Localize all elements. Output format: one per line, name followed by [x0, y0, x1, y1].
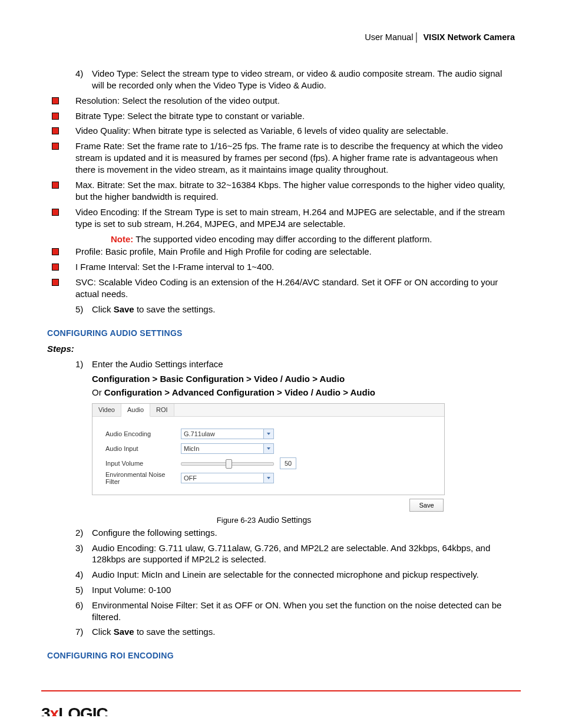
- step-4-num: 4): [75, 68, 92, 91]
- audio-step-6: 6) Environmental Noise Filter: Set it as…: [75, 599, 515, 623]
- config-path-1: Configuration > Basic Configuration > Vi…: [92, 374, 515, 384]
- chevron-down-icon: [263, 444, 273, 453]
- bullet-profile: Profile: Basic profile, Main Profile and…: [52, 246, 515, 258]
- tab-roi[interactable]: ROI: [150, 404, 174, 416]
- audio-step-4: 4) Audio Input: MicIn and Linein are sel…: [75, 569, 515, 581]
- audio-step-7: 7) Click Save to save the settings.: [75, 626, 515, 638]
- config-path-2: Or Configuration > Advanced Configuratio…: [92, 387, 515, 397]
- steps-heading: Steps:: [47, 344, 515, 354]
- footer-text: 10225 Westmoor Drive, Suite 300, Westmin…: [108, 715, 504, 716]
- section-audio-settings: CONFIGURING AUDIO SETTINGS: [47, 328, 515, 338]
- note-label: Note:: [111, 234, 133, 244]
- bullet-max-bitrate: Max. Bitrate: Set the max. bitrate to 32…: [52, 179, 515, 203]
- audio-step-5: 5) Input Volume: 0-100: [75, 584, 515, 596]
- bullet-iframe: I Frame Interval: Set the I-Frame interv…: [52, 261, 515, 273]
- header-left: User Manual: [365, 32, 413, 42]
- audio-step-3: 3) Audio Encoding: G.711 ulaw, G.711alaw…: [75, 542, 515, 566]
- audio-input-label: Audio Input: [105, 445, 181, 452]
- bullet-resolution: Resolution: Select the resolution of the…: [52, 95, 515, 107]
- input-volume-label: Input Volume: [105, 460, 181, 467]
- page-number: 43: [504, 714, 521, 716]
- page-header: User Manual│ VISIX Network Camera: [47, 32, 515, 42]
- note-text: The supported video encoding may differ …: [133, 234, 432, 244]
- note-line: Note: The supported video encoding may d…: [111, 233, 515, 245]
- section-roi-encoding: CONFIGURING ROI ENCODING: [47, 651, 515, 660]
- audio-step-1: 1) Enter the Audio Settings interface: [75, 358, 515, 370]
- bullet-video-quality: Video Quality: When bitrate type is sele…: [52, 125, 515, 137]
- env-noise-label: Environmental Noise Filter: [105, 471, 181, 485]
- slider-thumb[interactable]: [226, 459, 232, 469]
- audio-encoding-select[interactable]: G.711ulaw: [181, 429, 274, 439]
- step-5: 5) Click Save to save the settings.: [75, 304, 515, 315]
- chevron-down-icon: [263, 429, 273, 439]
- header-right: VISIX Network Camera: [423, 32, 515, 42]
- input-volume-slider[interactable]: [181, 458, 274, 469]
- bullet-svc: SVC: Scalable Video Coding is an extensi…: [52, 276, 515, 300]
- figure-caption: Figure 6-23 Audio Settings: [75, 515, 452, 525]
- footer-rule: [41, 690, 521, 691]
- input-volume-value[interactable]: 50: [280, 457, 296, 469]
- step-5-num: 5): [75, 304, 92, 315]
- bullet-video-encoding: Video Encoding: If the Stream Type is se…: [52, 206, 515, 230]
- tab-video[interactable]: Video: [92, 404, 121, 416]
- env-noise-select[interactable]: OFF: [181, 473, 274, 483]
- page-footer: 3xLOGIC 10225 Westmoor Drive, Suite 300,…: [41, 699, 521, 716]
- bullet-frame-rate: Frame Rate: Set the frame rate to 1/16~2…: [52, 140, 515, 176]
- bullet-bitrate-type: Bitrate Type: Select the bitrate type to…: [52, 110, 515, 122]
- panel-tabs: Video Audio ROI: [92, 404, 444, 417]
- audio-settings-screenshot: Video Audio ROI Audio Encoding G.711ulaw…: [92, 403, 515, 512]
- audio-step-2: 2) Configure the following settings.: [75, 527, 515, 539]
- audio-input-select[interactable]: MicIn: [181, 443, 274, 454]
- tab-audio[interactable]: Audio: [121, 404, 150, 417]
- step-5-text: Click Save to save the settings.: [92, 304, 515, 315]
- brand-logo: 3xLOGIC: [41, 704, 108, 716]
- step-4: 4) Video Type: Select the stream type to…: [75, 68, 515, 91]
- save-button[interactable]: Save: [409, 499, 444, 512]
- chevron-down-icon: [263, 473, 273, 483]
- step-4-text: Video Type: Select the stream type to vi…: [92, 68, 515, 91]
- audio-encoding-label: Audio Encoding: [105, 430, 181, 437]
